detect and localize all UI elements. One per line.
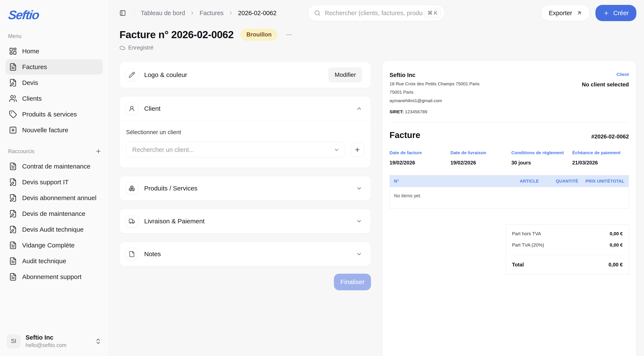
totals-row: Part TVA (20%) 0,00 € — [512, 242, 623, 248]
breadcrumb-current: 2026-02-0062 — [238, 10, 277, 17]
sidebar-menu-item[interactable]: Home — [6, 44, 103, 59]
shortcut-item-icon — [9, 162, 17, 170]
cloud-icon — [120, 45, 126, 51]
sidebar-menu: Home Factures Devis Clients Produits & s… — [6, 44, 103, 138]
invoice-editor: Facture n° 2026-02-0062 Brouillon Enregi… — [120, 29, 371, 356]
shortcut-item-icon — [9, 210, 17, 218]
sidebar-toggle-button[interactable] — [118, 8, 128, 18]
breadcrumb-factures[interactable]: Factures — [200, 10, 224, 17]
user-email: hello@seftio.com — [26, 342, 66, 348]
export-button[interactable]: Exporter — [541, 5, 590, 21]
shortcut-item-icon — [9, 226, 17, 234]
finalize-button[interactable]: Finaliser — [334, 274, 371, 290]
meta-value: 30 jours — [511, 160, 568, 166]
meta-value: 19/02/2026 — [450, 160, 507, 166]
page-header: Facture n° 2026-02-0062 Brouillon — [120, 29, 371, 41]
status-badge: Brouillon — [240, 29, 278, 41]
doc-meta-item: Date de facture 19/02/2026 — [390, 150, 446, 166]
sidebar-shortcut-item[interactable]: Devis Audit technique — [6, 222, 103, 237]
sidebar-shortcut-item[interactable]: Contrat de maintenance — [6, 159, 103, 174]
totals-divider — [512, 255, 623, 255]
sidebar-shortcut-item[interactable]: Devis support IT — [6, 174, 103, 190]
shortcut-item-label: Contrat de maintenance — [22, 163, 90, 170]
sidebar-menu-item[interactable]: Factures — [6, 59, 103, 75]
add-client-button[interactable] — [350, 143, 364, 157]
menu-item-label: Nouvelle facture — [22, 126, 68, 134]
chevron-down-icon — [356, 251, 362, 257]
section-livraison-header[interactable]: Livraison & Paiement — [120, 209, 371, 233]
plus-icon — [603, 10, 609, 16]
search-icon — [314, 10, 320, 16]
shortcuts-header: Raccourcis — [6, 148, 103, 154]
items-table-header: N°ARTICLEQUANTITÉPRIX UNITÉTOTAL — [390, 175, 629, 187]
sidebar-menu-item[interactable]: Produits & services — [6, 107, 103, 122]
doc-meta-item: Échéance de paiement 21/03/2026 — [572, 150, 629, 166]
create-label: Créer — [613, 10, 629, 17]
items-table-column-header: N° — [394, 179, 502, 184]
meta-label: Échéance de paiement — [572, 150, 629, 155]
topbar-actions: Exporter Créer — [541, 5, 636, 21]
doc-title-row: Facture #2026-02-0062 — [390, 130, 629, 140]
meta-label: Date de facture — [390, 150, 446, 155]
client-value: No client selected — [582, 81, 629, 88]
sidebar-shortcut-item[interactable]: Audit technique — [6, 253, 103, 269]
sidebar-menu-item[interactable]: Clients — [6, 91, 103, 106]
meta-label: Date de livraison — [450, 150, 507, 155]
totals-row-label: Part hors TVA — [512, 231, 541, 237]
breadcrumb-dashboard[interactable]: Tableau de bord — [141, 10, 185, 17]
shortcut-item-icon — [9, 273, 17, 281]
client-select[interactable]: Rechercher un client... — [126, 142, 345, 157]
modify-logo-button[interactable]: Modifier — [328, 67, 362, 82]
sidebar-menu-item[interactable]: Devis — [6, 75, 103, 90]
menu-item-label: Home — [22, 48, 39, 55]
menu-item-icon — [9, 110, 17, 118]
sidebar-menu-label: Menu — [6, 33, 103, 39]
global-search[interactable]: ⌘ K — [308, 5, 445, 21]
brand-logo[interactable]: Seftio — [6, 7, 42, 22]
ellipsis-icon — [286, 31, 292, 38]
sidebar-shortcut-item[interactable]: Vidange Complète — [6, 238, 103, 253]
sidebar-shortcut-item[interactable]: Devis abonnement annuel — [6, 190, 103, 206]
page-title: Facture n° 2026-02-0062 — [120, 29, 234, 41]
search-input[interactable] — [324, 9, 424, 17]
client-select-row: Rechercher un client... — [126, 142, 364, 157]
menu-item-label: Devis — [22, 79, 38, 86]
sidebar-menu-item[interactable]: Nouvelle facture — [6, 122, 103, 138]
section-notes-header[interactable]: Notes — [120, 242, 371, 266]
section-livraison-paiement: Livraison & Paiement — [120, 209, 371, 234]
meta-label: Conditions de règlement — [511, 150, 568, 155]
invoice-preview-card: Seftio Inc 18 Rue Croix des Petits Champ… — [382, 61, 636, 356]
items-table-column-header: TOTAL — [610, 179, 624, 184]
siret-value: 123456789 — [405, 109, 427, 114]
sidebar-shortcut-item[interactable]: Devis de maintenance — [6, 206, 103, 221]
shortcut-item-icon — [9, 257, 17, 265]
section-client-header[interactable]: Client — [120, 96, 371, 121]
finalize-row: Finaliser — [120, 274, 371, 290]
section-logo-header: Logo & couleur Modifier — [120, 62, 371, 88]
shortcut-item-label: Devis abonnement annuel — [22, 194, 96, 202]
user-name: Seftio Inc — [26, 334, 66, 341]
meta-value: 19/02/2026 — [390, 160, 446, 166]
menu-item-label: Factures — [22, 63, 47, 71]
shortcut-item-label: Devis Audit technique — [22, 226, 84, 233]
section-logo-title: Logo & couleur — [144, 71, 187, 79]
meta-value: 21/03/2026 — [572, 160, 629, 166]
more-actions-button[interactable] — [284, 30, 294, 40]
client-label: Client — [582, 72, 629, 77]
section-produits-header[interactable]: Produits / Services — [120, 176, 371, 201]
shortcut-item-icon — [9, 178, 17, 186]
client-select-placeholder: Rechercher un client... — [132, 146, 194, 153]
sidebar-shortcut-item[interactable]: Abonnement support — [6, 269, 103, 285]
preview-header: Seftio Inc 18 Rue Croix des Petits Champ… — [390, 72, 629, 114]
main-area: Tableau de bord Factures 2026-02-0062 ⌘ … — [108, 0, 644, 356]
workspace-switcher[interactable]: SI Seftio Inc hello@seftio.com — [6, 332, 103, 350]
company-address-2: 75001 Paris — [390, 89, 480, 95]
user-round-icon — [125, 102, 138, 115]
add-shortcut-icon[interactable] — [95, 148, 102, 154]
totals-box: Part hors TVA 0,00 € Part TVA (20%) 0,00… — [506, 224, 629, 274]
siret-label: SIRET: — [390, 109, 404, 114]
create-button[interactable]: Créer — [596, 5, 636, 21]
chevron-right-icon — [228, 11, 234, 16]
user-info: Seftio Inc hello@seftio.com — [26, 334, 66, 348]
content: Facture n° 2026-02-0062 Brouillon Enregi… — [108, 26, 644, 356]
